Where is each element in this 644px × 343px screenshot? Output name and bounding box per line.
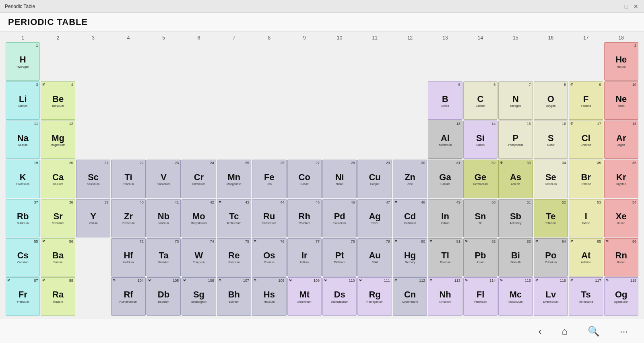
element-hs[interactable]: 108☢HsHassium	[252, 277, 286, 316]
element-co[interactable]: 27CoCobalt	[287, 160, 322, 198]
element-br[interactable]: 35BrBromine	[569, 160, 603, 198]
close-button[interactable]: ✕	[633, 3, 639, 10]
element-po[interactable]: 84☢PoPolonium	[534, 238, 568, 276]
element-f[interactable]: 9☢FFluorine	[569, 81, 603, 120]
element-fr[interactable]: 87☢FrFrancium	[6, 277, 40, 316]
element-te[interactable]: 52TeTellurium	[534, 199, 568, 237]
maximize-button[interactable]: □	[623, 3, 630, 10]
element-rg[interactable]: 111☢RgRoentgenium	[357, 277, 392, 316]
element-ru[interactable]: 44RuRuthenium	[252, 199, 286, 237]
element-mt[interactable]: 109☢MtMeitnerium	[287, 277, 322, 316]
element-bh[interactable]: 107☢BhBohrium	[217, 277, 251, 316]
element-sg[interactable]: 106☢SgSeaborgium	[182, 277, 216, 316]
element-kr[interactable]: 36KrKrypton	[604, 160, 638, 198]
more-button[interactable]: ···	[620, 326, 628, 337]
element-fe[interactable]: 26FeIron	[252, 160, 286, 198]
element-cn[interactable]: 112☢CnCopernicium	[393, 277, 427, 316]
atomic-number: 32	[491, 161, 495, 165]
element-symbol: Hs	[264, 290, 275, 299]
element-at[interactable]: 85☢AtAstatine	[569, 238, 603, 276]
element-rh[interactable]: 45RhRhodium	[287, 199, 322, 237]
element-cr[interactable]: 24CrChromium	[182, 160, 216, 198]
element-sc[interactable]: 21ScScandium	[76, 160, 110, 198]
element-mo[interactable]: 42MoMolybdenum	[182, 199, 216, 237]
element-og[interactable]: 118☢OgOganesson	[604, 277, 638, 316]
element-s[interactable]: 16SSulfur	[534, 121, 568, 159]
element-tc[interactable]: 43☢TcTechnetium	[217, 199, 251, 237]
element-mg[interactable]: 12MgMagnesium	[41, 121, 75, 159]
element-mn[interactable]: 25MnManganese	[217, 160, 251, 198]
element-xe[interactable]: 54XeXenon	[604, 199, 638, 237]
element-ba[interactable]: 56☢BaBarium	[41, 238, 75, 276]
element-p[interactable]: 15PPhosphorus	[498, 121, 533, 159]
home-button[interactable]: ⌂	[561, 326, 568, 337]
column-headers: 123456789101112131415161718	[6, 35, 638, 41]
element-ti[interactable]: 22TiTitanium	[111, 160, 145, 198]
element-be[interactable]: 4☢BeBeryllium	[41, 81, 75, 120]
element-db[interactable]: 105☢DbDubnium	[147, 277, 181, 316]
element-lv[interactable]: 116☢LvLivermorium	[534, 277, 568, 316]
element-sn[interactable]: 50SnTin	[463, 199, 497, 237]
element-rn[interactable]: 86☢RnRadon	[604, 238, 638, 276]
element-h[interactable]: 1HHydrogen	[6, 42, 40, 81]
element-symbol: Mo	[192, 212, 205, 221]
element-pt[interactable]: 78PtPlatinum	[322, 238, 357, 276]
element-ca[interactable]: 20CaCalcium	[41, 160, 75, 198]
element-hg[interactable]: 80☢HgMercury	[393, 238, 427, 276]
element-pb[interactable]: 82☢PbLead	[463, 238, 497, 276]
element-ir[interactable]: 77IrIridium	[287, 238, 322, 276]
element-he[interactable]: 2HeHelium	[604, 42, 638, 81]
element-ds[interactable]: 110☢DsDarmstadtium	[322, 277, 357, 316]
element-bi[interactable]: 83BiBismuth	[498, 238, 533, 276]
element-hf[interactable]: 72HfHafnium	[111, 238, 145, 276]
element-si[interactable]: 14SiSilicon	[463, 121, 497, 159]
element-tl[interactable]: 81☢TlThallium	[428, 238, 462, 276]
back-button[interactable]: ‹	[538, 326, 541, 337]
element-ta[interactable]: 73TaTantalum	[147, 238, 181, 276]
element-os[interactable]: 76☢OsOsmium	[252, 238, 286, 276]
element-se[interactable]: 34SeSelenium	[534, 160, 568, 198]
element-symbol: Tl	[441, 251, 449, 260]
element-i[interactable]: 53IIodine	[569, 199, 603, 237]
element-as[interactable]: 33☢AsArsenic	[498, 160, 533, 198]
element-in[interactable]: 49InIndium	[428, 199, 462, 237]
minimize-button[interactable]: —	[613, 3, 620, 10]
element-al[interactable]: 13AlAluminium	[428, 121, 462, 159]
element-v[interactable]: 23VVanadium	[147, 160, 181, 198]
element-ar[interactable]: 18ArArgon	[604, 121, 638, 159]
element-ag[interactable]: 47AgSilver	[357, 199, 392, 237]
element-rf[interactable]: 104☢RfRutherfordium	[111, 277, 145, 316]
element-au[interactable]: 79AuGold	[357, 238, 392, 276]
element-ge[interactable]: 32GeGermanium	[463, 160, 497, 198]
element-sb[interactable]: 51SbAntimony	[498, 199, 533, 237]
element-cl[interactable]: 17☢ClChlorine	[569, 121, 603, 159]
element-ni[interactable]: 28NiNickel	[322, 160, 357, 198]
search-button[interactable]: 🔍	[588, 326, 600, 337]
element-pd[interactable]: 46PdPalladium	[322, 199, 357, 237]
element-w[interactable]: 74WTungsten	[182, 238, 216, 276]
element-ra[interactable]: 88☢RaRadium	[41, 277, 75, 316]
element-y[interactable]: 39YYttrium	[76, 199, 110, 237]
element-ne[interactable]: 10NeNeon	[604, 81, 638, 120]
element-nh[interactable]: 113☢NhNihonium	[428, 277, 462, 316]
element-ga[interactable]: 31GaGallium	[428, 160, 462, 198]
element-na[interactable]: 11NaSodium	[6, 121, 40, 159]
element-cs[interactable]: 55CsCaesium	[6, 238, 40, 276]
element-zn[interactable]: 30ZnZinc	[393, 160, 427, 198]
element-cu[interactable]: 29CuCopper	[357, 160, 392, 198]
element-b[interactable]: 5BBoron	[428, 81, 462, 120]
element-nb[interactable]: 41NbNiobium	[147, 199, 181, 237]
element-rb[interactable]: 37RbRubidium	[6, 199, 40, 237]
element-c[interactable]: 6CCarbon	[463, 81, 497, 120]
element-mc[interactable]: 115☢McMoscovium	[498, 277, 533, 316]
element-n[interactable]: 7NNitrogen	[498, 81, 533, 120]
element-k[interactable]: 19KPotassium	[6, 160, 40, 198]
element-fl[interactable]: 114☢FlFlerovium	[463, 277, 497, 316]
element-zr[interactable]: 40ZrZirconium	[111, 199, 145, 237]
element-li[interactable]: 3LiLithium	[6, 81, 40, 120]
element-o[interactable]: 8OOxygen	[534, 81, 568, 120]
element-re[interactable]: 75ReRhenium	[217, 238, 251, 276]
element-ts[interactable]: 117☢TsTennessine	[569, 277, 603, 316]
element-sr[interactable]: 38SrStrontium	[41, 199, 75, 237]
element-cd[interactable]: 48☢CdCadmium	[393, 199, 427, 237]
